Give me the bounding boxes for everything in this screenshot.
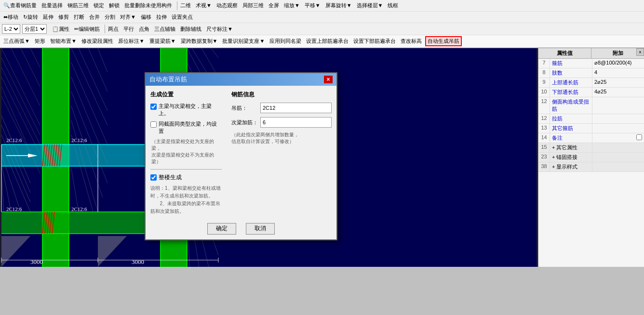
layer-select[interactable]: L-2 xyxy=(2,24,20,34)
hanger-rebar-input[interactable] xyxy=(260,103,332,113)
row-num-7: 7 xyxy=(538,59,550,68)
sublayer-select[interactable]: 分层1 xyxy=(22,24,47,34)
subbeam-rebar-input[interactable] xyxy=(260,117,332,128)
row-name-anchor[interactable]: + 锚固搭接 xyxy=(550,153,592,162)
same-section-label: 同截面同类型次梁，均设置 xyxy=(159,120,222,135)
toolbar-angle-point[interactable]: 点角 xyxy=(137,25,151,33)
property-row-11: 12 侧面构造或受扭筋 xyxy=(538,97,644,114)
toolbar-modify-beam[interactable]: 修改梁段属性 xyxy=(80,37,115,45)
subbeam-rebar-label: 次梁加筋： xyxy=(231,119,260,126)
toolbar-lock[interactable]: 锁定 xyxy=(92,1,106,10)
ok-button[interactable]: 确定 xyxy=(207,223,236,235)
row-name-tie[interactable]: 拉筋 xyxy=(550,114,592,123)
cancel-button[interactable]: 取消 xyxy=(246,223,275,235)
toolbar-offset[interactable]: 偏移 xyxy=(139,13,153,21)
toolbar-parallel[interactable]: 平行 xyxy=(122,25,135,33)
toolbar-2d[interactable]: 二维 xyxy=(179,1,192,10)
toolbar-trim[interactable]: 修剪 xyxy=(57,13,70,21)
toolbar-batch-identify[interactable]: 批量识别梁支座▼ xyxy=(221,37,266,45)
main-beam-label: 主梁与次梁相交，主梁上。 xyxy=(159,103,222,118)
toolbar-fullscreen[interactable]: 全屏 xyxy=(267,1,281,10)
whole-floor-checkbox[interactable] xyxy=(150,174,157,181)
row-val-bottom-rebar: 4⌀25 xyxy=(592,88,634,97)
property-row-12: 12 拉筋 xyxy=(538,114,644,124)
toolbar-orbit[interactable]: 动态观察 xyxy=(215,1,239,10)
row-val-limbs: 4 xyxy=(592,68,634,78)
toolbar-merge[interactable]: 合并 xyxy=(88,13,101,21)
row-name-side-rebar[interactable]: 侧面构造或受扭筋 xyxy=(550,97,592,114)
toolbar-beam-copy[interactable]: 梁跨数据复制▼ xyxy=(179,37,219,45)
toolbar-change-height[interactable]: 查改标高 xyxy=(399,37,423,45)
row-name-other-stirrup[interactable]: 其它箍筋 xyxy=(550,124,592,133)
row-val-top-rebar: 2⌀25 xyxy=(592,78,634,87)
row-num-12: 12 xyxy=(538,114,550,123)
toolbar-batch-select[interactable]: 批量选择 xyxy=(40,1,64,10)
toolbar-arc[interactable]: 三点画弧▼ xyxy=(2,37,31,45)
row-name-remark[interactable]: 备注 xyxy=(550,133,592,143)
toolbar-rotate[interactable]: ↻ 旋转 xyxy=(22,13,40,21)
toolbar-wireframe[interactable]: 线框 xyxy=(386,1,400,10)
toolbar-view-rebar[interactable]: 🔍 查看钢筋量 xyxy=(2,1,38,10)
toolbar-stretch[interactable]: 拉伸 xyxy=(155,13,168,21)
toolbar-split[interactable]: 分割 xyxy=(103,13,117,21)
toolbar-extend[interactable]: 延伸 xyxy=(41,13,55,21)
dialog-right-section: 钢筋信息 吊筋： 次梁加筋： （此处指次梁两侧共增加数量，信息取自计算设置，可修… xyxy=(231,91,332,219)
toolbar-row-2: ⬌ 移动 ↻ 旋转 延伸 修剪 打断 合并 分割 对齐▼ 偏移 拉伸 xyxy=(0,12,644,23)
toolbar-grip[interactable]: 设置夹点 xyxy=(170,13,194,21)
row-num-38: 38 xyxy=(538,162,550,171)
toolbar-unlock[interactable]: 解锁 xyxy=(107,1,121,10)
toolbar-set-top-rebar[interactable]: 设置上部筋遍承台 xyxy=(305,37,350,45)
toolbar-pan[interactable]: 平移▼ xyxy=(303,1,322,10)
toolbar-two-point[interactable]: 两点 xyxy=(107,25,120,33)
cad-canvas-area[interactable]: 2C12:6 2C12:6 2C12:6 2C12:6 xyxy=(0,48,538,267)
auto-hanger-dialog: 自动布置吊筋 × 生成位置 主梁与次梁相交，主梁上。 xyxy=(145,72,337,240)
toolbar-align[interactable]: 对齐▼ xyxy=(119,13,137,21)
toolbar-edit-rebar[interactable]: ✏ 编辑钢筋 xyxy=(73,25,101,33)
toolbar-property[interactable]: 📋 属性 xyxy=(51,25,71,33)
toolbar-dimension[interactable]: 尺寸标注▼ xyxy=(205,25,234,33)
toolbar-batch-delete[interactable]: 批量删除未使用构件 xyxy=(123,1,174,10)
toolbar-move[interactable]: ⬌ 移动 xyxy=(2,13,20,21)
toolbar-rebar-3d[interactable]: 钢筋三维 xyxy=(66,1,90,10)
row-name-top-rebar[interactable]: 上部通长筋 xyxy=(550,78,592,87)
row-val-display-style xyxy=(592,162,634,171)
row-val-side-rebar xyxy=(592,97,634,114)
dialog-close-button[interactable]: × xyxy=(324,76,333,83)
toolbar-three-point[interactable]: 三点辅轴 xyxy=(153,25,177,33)
row-add-8 xyxy=(634,68,644,78)
toolbar-smart-place[interactable]: 智能布置▼ xyxy=(49,37,78,45)
remark-checkbox[interactable] xyxy=(636,134,642,140)
row-name-display-style[interactable]: + 显示样式 xyxy=(550,162,592,171)
row-add-14 xyxy=(634,133,644,143)
toolbar-row-1: 🔍 查看钢筋量 批量选择 钢筋三维 锁定 解锁 批量删除未使用构件 二维 术视▼… xyxy=(0,0,644,12)
panel-close-button[interactable]: × xyxy=(636,48,644,56)
row-name-stirrup[interactable]: 箍筋 xyxy=(550,59,592,68)
section-note: （主梁是指梁相交处为支座的梁，次梁是指梁相交处不为支座的梁） xyxy=(151,138,222,165)
row-name-limbs[interactable]: 肢数 xyxy=(550,68,592,78)
row-name-bottom-rebar[interactable]: 下部通长筋 xyxy=(550,88,592,97)
checkbox-main-beam: 主梁与次梁相交，主梁上。 xyxy=(150,103,222,118)
property-row-15: 15 + 其它属性 xyxy=(538,143,644,153)
toolbar-set-bottom-rebar[interactable]: 设置下部筋遍承台 xyxy=(352,37,397,45)
rotate-icon: ↻ xyxy=(23,14,27,20)
toolbar-perspective[interactable]: 术视▼ xyxy=(194,1,213,10)
toolbar-apply-same-beam[interactable]: 应用到同名梁 xyxy=(268,37,303,45)
toolbar-zoom[interactable]: 缩放▼ xyxy=(282,1,301,10)
toolbar-del-line[interactable]: 删除辅线 xyxy=(179,25,203,33)
toolbar-screen-rotate[interactable]: 屏幕旋转▼ xyxy=(324,1,353,10)
toolbar-select-floor[interactable]: 选择楼层▼ xyxy=(355,1,385,10)
toolbar-rect[interactable]: 矩形 xyxy=(33,37,47,45)
row-num-13: 13 xyxy=(538,124,550,133)
row-name-other-props[interactable]: + 其它属性 xyxy=(550,143,592,152)
main-beam-checkbox[interactable] xyxy=(150,104,157,110)
whole-floor-label: 整楼生成 xyxy=(159,173,182,182)
divider-1 xyxy=(150,169,222,170)
toolbar-auto-hanger[interactable]: 自动生成吊筋 xyxy=(425,36,462,46)
property-icon: 📋 xyxy=(52,26,59,32)
same-section-checkbox[interactable] xyxy=(150,121,157,128)
toolbar-in-situ-label[interactable]: 原位标注▼ xyxy=(117,37,146,45)
toolbar-break[interactable]: 打断 xyxy=(72,13,86,21)
toolbar-repull-beam[interactable]: 重提梁筋▼ xyxy=(148,37,177,45)
toolbar-local-3d[interactable]: 局部三维 xyxy=(241,1,265,10)
row-val-tie xyxy=(592,114,634,123)
